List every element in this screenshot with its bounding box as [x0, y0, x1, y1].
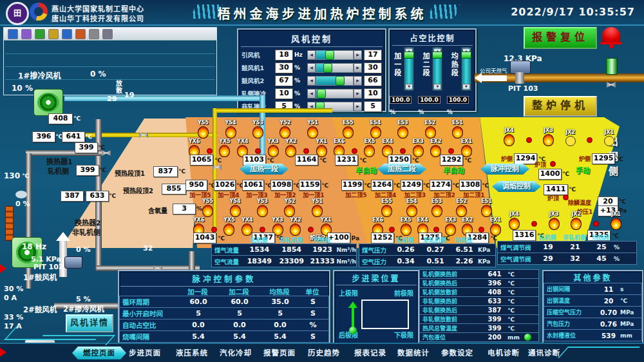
flame-control-button[interactable]: 调焰控制 — [492, 181, 541, 192]
chart-icon[interactable] — [62, 29, 72, 39]
furnace-stop-button[interactable]: 整炉停机 — [524, 96, 597, 117]
fan-row-slider[interactable] — [316, 76, 354, 86]
fan-row-setpoint[interactable]: 10 — [275, 88, 293, 99]
slider-thumb-icon[interactable] — [317, 89, 326, 99]
slider-thumb-icon[interactable] — [325, 50, 334, 60]
burner[interactable]: ES4 — [370, 120, 381, 138]
lock-icon[interactable] — [102, 29, 113, 39]
nav-tab-6[interactable]: 历史趋势 — [304, 347, 344, 359]
nav-tab-4[interactable]: 汽化冷却 — [216, 347, 256, 359]
slider-left-arrow-icon[interactable]: ◀ — [307, 76, 316, 86]
burner[interactable]: ES5 — [381, 198, 392, 217]
slider-right-arrow-icon[interactable]: ▶ — [354, 89, 362, 99]
burner[interactable]: YS4 — [229, 198, 240, 217]
fan-row-setpoint[interactable]: 18 — [275, 50, 293, 61]
unit-c: ℃ — [267, 157, 274, 164]
slider-thumb-icon[interactable] — [432, 52, 442, 59]
burner[interactable]: YS5 — [198, 120, 209, 138]
folder-icon[interactable] — [48, 29, 59, 39]
burner[interactable]: YS3 — [252, 120, 263, 138]
burner[interactable]: YS2 — [279, 120, 290, 138]
burner[interactable]: YS3 — [257, 198, 268, 217]
pipe-valve-icon[interactable] — [102, 150, 111, 156]
burner[interactable]: ES1 — [481, 198, 492, 217]
zone2-badge[interactable]: 加热二段 — [377, 164, 426, 175]
slider-right-arrow-icon[interactable]: ▶ — [354, 63, 362, 73]
soak-top-temps: 炉侧1294℃炉侧1295℃ — [501, 153, 623, 164]
burner[interactable]: JX2 — [571, 211, 582, 230]
zone1-badge[interactable]: 加热一段 — [240, 164, 289, 175]
nav-tab-8[interactable]: 数据统计 — [393, 347, 433, 359]
nav-tab-3[interactable]: 液压系统 — [172, 347, 212, 359]
fan-row-slider[interactable] — [316, 89, 354, 99]
burner-label: YS2 — [284, 198, 295, 204]
burner[interactable]: JX1 — [604, 129, 614, 146]
burner[interactable]: ES2 — [456, 198, 467, 217]
alarm-bell-icon[interactable] — [602, 27, 620, 43]
slider-left-arrow-icon[interactable]: ◀ — [307, 63, 316, 73]
cooling-fan-1-icon[interactable] — [33, 89, 63, 116]
pulse-row-value: 5.4 — [219, 332, 260, 341]
burner[interactable]: YS2 — [284, 198, 295, 217]
slider-thumb-icon[interactable] — [336, 76, 345, 86]
fan-row-unit: % — [293, 64, 307, 71]
nav-tab-9[interactable]: 参数设定 — [437, 347, 477, 359]
soak-mode: 手动 — [576, 165, 590, 175]
burner[interactable]: YS1 — [312, 198, 323, 217]
nav-tab-7[interactable]: 报表记录 — [350, 347, 390, 359]
pit102-transmitter-icon[interactable] — [64, 256, 82, 269]
slider-right-arrow-icon[interactable]: ▶ — [354, 76, 362, 86]
burner[interactable]: ES3 — [397, 120, 408, 138]
burner[interactable]: YS1 — [307, 120, 318, 138]
slider-right-arrow-icon[interactable]: ▶ — [354, 102, 362, 111]
duty-zone-slider[interactable]: ▲▼ — [404, 47, 414, 91]
burner[interactable]: ES3 — [431, 198, 442, 217]
report-icon[interactable] — [75, 29, 86, 39]
nav-tab-1[interactable]: 燃控页面 — [72, 347, 126, 359]
slider-left-arrow-icon[interactable]: ◀ — [307, 50, 316, 60]
slider-thumb-icon[interactable] — [323, 63, 332, 73]
help-icon[interactable] — [8, 29, 18, 39]
burner[interactable]: YS4 — [225, 120, 236, 138]
edit-icon[interactable] — [89, 29, 99, 39]
burner[interactable]: JX4 — [509, 211, 520, 230]
unit-c: ℃ — [214, 157, 222, 164]
duty-zone-slider[interactable]: ▲▼ — [461, 47, 471, 91]
burner[interactable]: JX3 — [549, 211, 560, 230]
toolbar — [4, 28, 216, 41]
nav-tab-10[interactable]: 电机诊断 — [484, 347, 524, 359]
nav-tab-5[interactable]: 报警页面 — [260, 347, 299, 359]
mail-icon[interactable] — [21, 29, 32, 39]
fan-row-slider[interactable] — [316, 63, 354, 73]
nav-tab-2[interactable]: 步进页面 — [125, 347, 165, 359]
burner[interactable]: ES5 — [343, 120, 354, 138]
fan-row-setpoint[interactable]: 67 — [275, 75, 293, 86]
slider-down-arrow-icon[interactable]: ▼ — [405, 84, 413, 90]
burner[interactable]: ES2 — [425, 120, 436, 138]
download-icon[interactable] — [35, 29, 45, 39]
duty-zone-slider[interactable]: ▲▼ — [432, 47, 442, 91]
slider-left-arrow-icon[interactable]: ◀ — [307, 89, 316, 99]
burner[interactable]: JX3 — [543, 128, 554, 146]
burner[interactable]: YS5 — [202, 198, 213, 217]
burner-off-icon — [604, 136, 614, 146]
fan-control-row: 鼓风机267%◀▶66 — [238, 74, 385, 87]
slider-thumb-icon[interactable] — [404, 52, 414, 59]
slider-down-arrow-icon[interactable]: ▼ — [433, 84, 441, 90]
fan-row-setpoint[interactable]: 30 — [275, 62, 293, 73]
burner[interactable]: JX1 — [611, 211, 621, 230]
burner[interactable]: ES4 — [406, 198, 417, 217]
gas-valve-icon[interactable] — [607, 82, 616, 88]
flame-icon — [425, 126, 436, 138]
slider-thumb-icon[interactable] — [461, 52, 471, 59]
burner[interactable]: JX2 — [565, 129, 576, 146]
slider-right-arrow-icon[interactable]: ▶ — [354, 50, 362, 60]
gas-pipe-label: 公司天然气 — [480, 66, 507, 74]
gas-valve-actuator-icon[interactable] — [606, 58, 618, 75]
burner[interactable]: JX4 — [504, 128, 515, 146]
burner[interactable]: ES1 — [452, 120, 463, 138]
fan-row-slider[interactable] — [316, 50, 354, 60]
alarm-reset-button[interactable]: 报警复位 — [524, 27, 597, 49]
pulse-control-button[interactable]: 脉冲控制 — [480, 164, 529, 175]
slider-down-arrow-icon[interactable]: ▼ — [462, 84, 470, 90]
